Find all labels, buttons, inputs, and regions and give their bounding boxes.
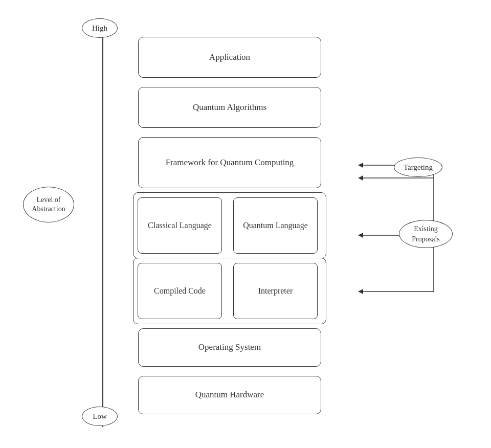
diagram: High Low Level of Abstraction Targeting … — [0, 0, 491, 448]
operating-system-box: Operating System — [138, 328, 321, 367]
existing-proposals-label: Existing Proposals — [399, 220, 453, 248]
interpreter-box: Interpreter — [233, 263, 318, 319]
level-of-abstraction-label: Level of Abstraction — [23, 187, 74, 222]
application-box: Application — [138, 37, 321, 78]
targeting-label: Targeting — [394, 158, 442, 177]
compiled-code-box: Compiled Code — [138, 263, 222, 319]
compiled-row-container: Compiled Code Interpreter — [133, 258, 326, 324]
high-label: High — [82, 18, 118, 38]
quantum-hardware-box: Quantum Hardware — [138, 376, 321, 414]
language-row-container: Classical Language Quantum Language — [133, 192, 326, 259]
quantum-language-box: Quantum Language — [233, 197, 318, 254]
axis-line — [102, 28, 103, 427]
framework-box: Framework for Quantum Computing — [138, 137, 321, 188]
svg-marker-9 — [358, 289, 363, 294]
svg-marker-1 — [358, 163, 363, 168]
quantum-algorithms-box: Quantum Algorithms — [138, 87, 321, 128]
low-label: Low — [82, 407, 118, 426]
svg-marker-4 — [358, 175, 363, 181]
svg-marker-6 — [358, 233, 363, 238]
classical-language-box: Classical Language — [138, 197, 222, 254]
